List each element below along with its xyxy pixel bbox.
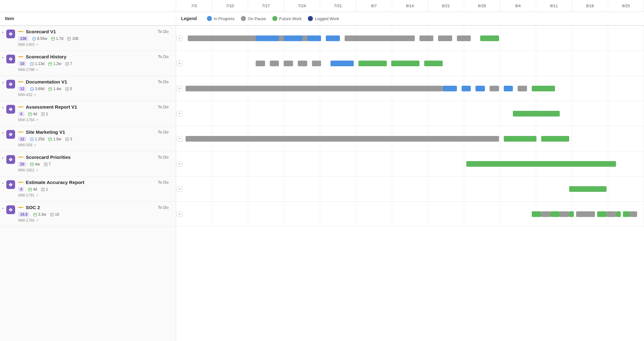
item-ticket-site-marketing-v1[interactable]: MW-508 ↗ [18,143,172,147]
gantt-grid-col [500,202,536,226]
date-col-7-10: 7/10 [212,0,248,12]
item-ticket-scorecard-history[interactable]: MW-1798 ↗ [18,68,172,72]
bar-estimate-accuracy-report-0 [569,186,607,192]
item-ticket-scorecard-v1[interactable]: MW-1403 ↗ [18,42,172,47]
item-name-soc-2: SOC 2 [18,205,40,210]
expand-btn-soc-2[interactable]: ► [0,205,6,223]
bar-scorecard-history-4 [312,61,321,66]
add-btn-assessment-report-v1[interactable]: + [177,111,182,116]
add-btn-site-marketing-v1[interactable]: + [177,136,182,142]
expand-btn-documentation-v1[interactable]: ► [0,79,6,98]
bar-scorecard-v1-11 [457,35,471,41]
gantt-grid-col [572,26,608,51]
gantt-grid-col [392,176,428,201]
item-name-scorecard-v1: Scorecard V1 [18,29,56,34]
meta-badge-site-marketing-v1: 12 [18,137,26,142]
add-btn-scorecard-history[interactable]: + [177,61,182,66]
gantt-grid-col [608,26,644,51]
item-meta-soc-2: 16.53.3w16 [18,212,172,217]
svg-marker-19 [9,158,13,161]
priority-bar-soc-2 [18,207,23,208]
add-btn-soc-2[interactable]: + [177,211,182,217]
gantt-row-soc-2: + [176,202,644,227]
bar-soc-2-2 [550,211,560,217]
gantt-grid-col [284,101,320,126]
add-btn-scorecard-priorities[interactable]: + [177,161,182,167]
meta-calendar-scorecard-priorities: 4w [30,162,40,166]
gantt-grid-col [284,176,320,201]
add-btn-documentation-v1[interactable]: + [177,86,182,91]
meta-calendar-estimate-accuracy-report: 4d [28,187,37,192]
left-panel: ►Scorecard V1To Do1368.55w1.7d106MW-1403… [0,26,176,341]
expand-btn-scorecard-v1[interactable]: ► [0,29,6,47]
gantt-grid-col [464,202,500,226]
item-content-scorecard-priorities: Scorecard PrioritiesTo Do204w7MW-1801 ↗ [18,154,172,173]
legend-header: Item Legend In ProgressOn PauseFuture Wo… [0,12,644,26]
item-meta-site-marketing-v1: 121.25d1.6w3 [18,137,172,142]
left-row-scorecard-priorities: ►Scorecard PrioritiesTo Do204w7MW-1801 ↗ [0,151,176,176]
bar-soc-2-7 [607,211,616,217]
item-meta-scorecard-v1: 1368.55w1.7d106 [18,36,172,41]
legend-item-on-pause: On Pause [241,16,266,21]
item-content-site-marketing-v1: Site Marketing V1To Do121.25d1.6w3MW-508… [18,129,172,148]
bar-documentation-v1-7 [532,86,555,91]
item-icon-estimate-accuracy-report [6,180,15,189]
gantt-grid-col [248,176,284,201]
item-name-scorecard-history: Scorecard History [18,54,66,59]
item-ticket-estimate-accuracy-report[interactable]: MW-1791 ↗ [18,193,172,198]
item-name-documentation-v1: Documentation V1 [18,79,67,84]
left-row-site-marketing-v1: ►Site Marketing V1To Do121.25d1.6w3MW-50… [0,126,176,151]
item-status-assessment-report-v1: To Do [158,105,169,109]
item-ticket-documentation-v1[interactable]: MW-432 ↗ [18,93,172,97]
left-row-estimate-accuracy-report: ►Estimate Accuracy ReportTo Do44d1MW-179… [0,176,176,202]
bar-documentation-v1-2 [462,86,471,91]
bar-scorecard-priorities-0 [466,161,616,167]
item-meta-scorecard-history: 101.13d1.2w7 [18,61,172,66]
item-ticket-assessment-report-v1[interactable]: MW-1784 ↗ [18,118,172,122]
gantt-grid-col [428,202,464,226]
expand-btn-scorecard-history[interactable]: ► [0,54,6,73]
date-col-9-4: 9/4 [500,0,536,12]
priority-bar-scorecard-history [18,56,23,57]
meta-task-site-marketing-v1: 3 [65,137,72,141]
item-ticket-scorecard-priorities[interactable]: MW-1801 ↗ [18,168,172,172]
gantt-grid-col [284,151,320,176]
date-col-8-21: 8/21 [428,0,464,12]
left-row-documentation-v1: ►Documentation V1To Do123.69d1.4w5MW-432… [0,76,176,101]
gantt-grid-col [464,101,500,126]
expand-btn-scorecard-priorities[interactable]: ► [0,154,6,173]
meta-badge-assessment-report-v1: 4 [18,111,24,116]
bar-soc-2-9 [623,211,630,217]
item-meta-assessment-report-v1: 44d1 [18,111,172,116]
gantt-panel: ++++++++ [176,26,644,341]
gantt-grid-col [356,151,392,176]
date-col-7-3: 7/3 [176,0,212,12]
gantt-grid-col [320,202,356,226]
meta-clock-scorecard-history: 1.13d [30,62,44,66]
add-btn-estimate-accuracy-report[interactable]: + [177,186,182,192]
item-status-scorecard-priorities: To Do [158,155,169,160]
expand-btn-assessment-report-v1[interactable]: ► [0,104,6,123]
bar-scorecard-v1-1 [202,35,216,41]
gantt-grid-col [608,51,644,76]
expand-btn-estimate-accuracy-report[interactable]: ► [0,180,6,198]
item-name-scorecard-priorities: Scorecard Priorities [18,154,71,160]
item-ticket-soc-2[interactable]: MW-1792 ↗ [18,218,172,223]
external-link-icon: ↗ [33,93,36,97]
bar-documentation-v1-0 [186,86,443,91]
priority-bar-assessment-report-v1 [18,106,23,107]
add-btn-scorecard-v1[interactable]: + [177,35,182,41]
gantt-grid-soc-2 [176,202,644,226]
date-header: 7/37/107/177/247/318/78/148/218/289/49/1… [0,0,644,12]
expand-btn-site-marketing-v1[interactable]: ► [0,129,6,148]
gantt-grid-col [464,176,500,201]
legend-dot-in-progress [207,16,212,21]
bar-site-marketing-v1-0 [186,136,499,142]
external-link-icon: ↗ [36,219,38,223]
gantt-grid-col [284,202,320,226]
bar-scorecard-history-0 [256,61,265,66]
left-row-assessment-report-v1: ►Assessment Report V1To Do44d1MW-1784 ↗ [0,101,176,126]
gantt-row-assessment-report-v1: + [176,101,644,126]
gantt-row-scorecard-priorities: + [176,151,644,176]
priority-bar-scorecard-priorities [18,157,23,158]
